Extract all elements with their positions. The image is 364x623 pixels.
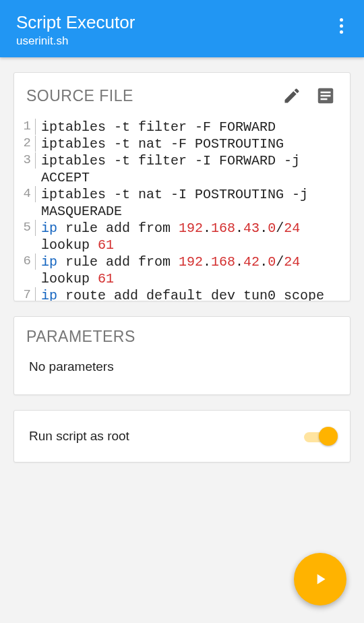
- appbar-subtitle: userinit.sh: [16, 34, 135, 48]
- line-text: iptables -t nat -I POSTROUTING -j MASQUE…: [36, 186, 342, 220]
- appbar-titles: Script Executor userinit.sh: [16, 12, 135, 48]
- line-number: 2: [21, 136, 36, 152]
- parameters-card: PARAMETERS No parameters: [13, 316, 351, 395]
- line-text: iptables -t nat -F POSTROUTING: [36, 136, 342, 152]
- line-number: 4: [21, 186, 36, 202]
- code-line: 4iptables -t nat -I POSTROUTING -j MASQU…: [21, 186, 342, 220]
- code-line: 7ip route add default dev tun0 scope: [21, 287, 342, 301]
- appbar-title: Script Executor: [16, 12, 135, 33]
- svg-rect-1: [321, 92, 331, 94]
- line-number: 7: [21, 287, 36, 301]
- line-number: 5: [21, 220, 36, 236]
- parameters-title: PARAMETERS: [26, 328, 338, 346]
- run-fab[interactable]: [294, 553, 346, 605]
- parameters-empty: No parameters: [14, 353, 350, 394]
- line-text: ip route add default dev tun0 scope: [36, 287, 342, 301]
- line-text: iptables -t filter -F FORWARD: [36, 119, 342, 136]
- content: SOURCE FILE 1iptables -t filter -F FORWA…: [0, 57, 364, 463]
- code-area[interactable]: 1iptables -t filter -F FORWARD2iptables …: [14, 115, 350, 301]
- code-line: 1iptables -t filter -F FORWARD: [21, 119, 342, 136]
- line-number: 1: [21, 119, 36, 135]
- line-text: ip rule add from 192.168.42.0/24 lookup …: [36, 254, 342, 287]
- line-number: 3: [21, 152, 36, 169]
- svg-rect-2: [321, 95, 331, 97]
- list-icon[interactable]: [313, 84, 338, 108]
- code-line: 3iptables -t filter -I FORWARD -j ACCEPT: [21, 152, 342, 186]
- source-header: SOURCE FILE: [14, 73, 350, 115]
- code-line: 5ip rule add from 192.168.43.0/24 lookup…: [21, 220, 342, 254]
- appbar: Script Executor userinit.sh: [0, 0, 364, 57]
- edit-icon[interactable]: [280, 84, 304, 108]
- run-as-root-toggle[interactable]: [304, 427, 335, 446]
- source-card: SOURCE FILE 1iptables -t filter -F FORWA…: [13, 72, 351, 301]
- line-text: ip rule add from 192.168.43.0/24 lookup …: [36, 220, 342, 254]
- source-title: SOURCE FILE: [26, 87, 270, 105]
- root-card: Run script as root: [13, 410, 351, 463]
- svg-rect-3: [321, 98, 328, 100]
- parameters-header: PARAMETERS: [14, 317, 350, 353]
- code-line: 6ip rule add from 192.168.42.0/24 lookup…: [21, 254, 342, 287]
- more-menu-button[interactable]: [332, 12, 351, 39]
- line-number: 6: [21, 254, 36, 270]
- run-as-root-label: Run script as root: [29, 429, 304, 444]
- line-text: iptables -t filter -I FORWARD -j ACCEPT: [36, 152, 342, 186]
- code-line: 2iptables -t nat -F POSTROUTING: [21, 136, 342, 152]
